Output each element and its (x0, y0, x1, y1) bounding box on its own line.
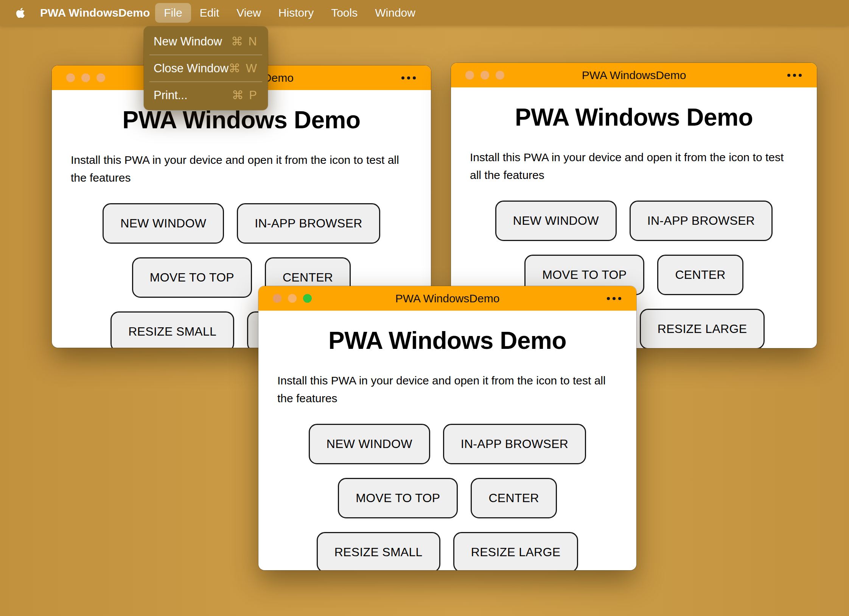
minimize-button[interactable] (288, 294, 297, 303)
menubar-item-file[interactable]: File (155, 3, 191, 23)
menu-item-label: Print... (154, 89, 188, 102)
ellipsis-menu-icon[interactable] (607, 286, 621, 311)
menu-item-print[interactable]: Print... ⌘ P (144, 84, 268, 106)
move-to-top-button[interactable]: MOVE TO TOP (338, 478, 458, 518)
new-window-button[interactable]: NEW WINDOW (103, 203, 224, 244)
menubar-item-history[interactable]: History (270, 3, 322, 23)
resize-large-button[interactable]: RESIZE LARGE (453, 532, 578, 570)
in-app-browser-button[interactable]: IN-APP BROWSER (443, 424, 586, 464)
close-button[interactable] (273, 294, 281, 303)
menu-item-shortcut: ⌘ W (229, 61, 258, 75)
window-titlebar[interactable]: PWA WindowsDemo (258, 286, 636, 311)
center-button[interactable]: CENTER (471, 478, 557, 518)
page-title: PWA Windows Demo (470, 103, 798, 131)
menubar-item-view[interactable]: View (228, 3, 269, 23)
menu-item-label: New Window (154, 35, 222, 48)
traffic-lights (273, 294, 312, 303)
close-button[interactable] (66, 73, 75, 82)
menubar-item-edit[interactable]: Edit (191, 3, 228, 23)
minimize-button[interactable] (480, 71, 489, 79)
center-button[interactable]: CENTER (657, 255, 743, 295)
window-title: PWA WindowsDemo (258, 292, 636, 305)
minimize-button[interactable] (81, 73, 90, 82)
in-app-browser-button[interactable]: IN-APP BROWSER (630, 201, 773, 241)
resize-small-button[interactable]: RESIZE SMALL (317, 532, 440, 570)
app-window: PWA WindowsDemo PWA Windows Demo Install… (258, 286, 636, 570)
ellipsis-menu-icon[interactable] (787, 63, 802, 87)
close-button[interactable] (465, 71, 474, 79)
zoom-button[interactable] (496, 71, 504, 79)
ellipsis-menu-icon[interactable] (401, 65, 416, 90)
traffic-lights (66, 73, 105, 82)
window-titlebar[interactable]: PWA WindowsDemo (451, 63, 817, 87)
page-title: PWA Windows Demo (71, 106, 412, 134)
menu-item-new-window[interactable]: New Window ⌘ N (144, 30, 268, 53)
menu-item-shortcut: ⌘ P (232, 88, 258, 102)
menubar-app-name[interactable]: PWA WindowsDemo (40, 6, 150, 19)
file-menu-dropdown: New Window ⌘ N Close Window ⌘ W Print...… (144, 26, 268, 110)
menu-item-label: Close Window (154, 62, 229, 75)
button-grid: NEW WINDOW IN-APP BROWSER MOVE TO TOP CE… (277, 424, 617, 570)
menu-separator (149, 81, 262, 82)
menu-item-shortcut: ⌘ N (231, 34, 258, 48)
in-app-browser-button[interactable]: IN-APP BROWSER (237, 203, 380, 244)
resize-small-button[interactable]: RESIZE SMALL (110, 311, 234, 348)
resize-large-button[interactable]: RESIZE LARGE (640, 309, 765, 348)
menubar-item-window[interactable]: Window (366, 3, 424, 23)
move-to-top-button[interactable]: MOVE TO TOP (132, 257, 252, 298)
zoom-button[interactable] (303, 294, 312, 303)
zoom-button[interactable] (96, 73, 105, 82)
window-content: PWA Windows Demo Install this PWA in you… (258, 327, 636, 570)
new-window-button[interactable]: NEW WINDOW (309, 424, 430, 464)
window-title: PWA WindowsDemo (451, 69, 817, 82)
menu-bar: PWA WindowsDemo File Edit View History T… (0, 0, 849, 26)
page-description: Install this PWA in your device and open… (470, 149, 798, 184)
desktop: PWA WindowsDemo File Edit View History T… (0, 0, 849, 616)
page-description: Install this PWA in your device and open… (277, 372, 617, 407)
page-description: Install this PWA in your device and open… (71, 151, 412, 187)
menu-item-close-window[interactable]: Close Window ⌘ W (144, 57, 268, 79)
new-window-button[interactable]: NEW WINDOW (495, 201, 617, 241)
menubar-item-tools[interactable]: Tools (322, 3, 366, 23)
menu-separator (149, 54, 262, 55)
apple-menu-icon[interactable] (15, 6, 26, 20)
traffic-lights (465, 71, 504, 79)
page-title: PWA Windows Demo (277, 327, 617, 355)
